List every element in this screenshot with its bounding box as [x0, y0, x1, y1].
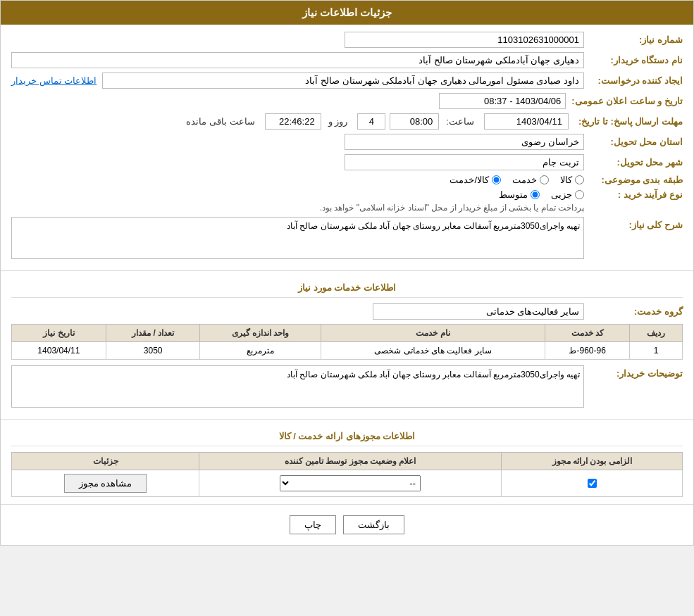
shahr-label: شهر محل تحویل:: [584, 157, 683, 168]
tabagheh-label: طبقه بندی موضوعی:: [584, 175, 683, 185]
col-vahed: واحد اندازه گیری: [200, 325, 321, 342]
print-button[interactable]: چاپ: [290, 515, 336, 534]
sharh-textarea[interactable]: [11, 217, 584, 259]
nooe-radio-group: جزیی متوسط: [320, 189, 584, 200]
services-table-container: ردیف کد خدمت نام خدمت واحد اندازه گیری ت…: [11, 324, 683, 360]
tamas-link[interactable]: اطلاعات تماس خریدار: [11, 75, 97, 86]
radio-khedmat-input[interactable]: [540, 175, 549, 184]
tarikh-label: تاریخ و ساعت اعلان عمومی:: [566, 96, 683, 106]
col-tedad: تعداد / مقدار: [106, 325, 200, 342]
perm-col-elzami: الزامی بودن ارائه مجوز: [502, 453, 683, 470]
tozihat-textarea[interactable]: [11, 365, 584, 408]
perm-col-joziyat: جزئیات: [12, 453, 199, 470]
table-row: 1 960-96-ط سایر فعالیت های خدماتی شخصی م…: [12, 342, 683, 360]
sharh-label: شرح کلی نیاز:: [584, 217, 683, 230]
tozihat-label: توضیحات خریدار:: [584, 365, 683, 379]
mohlat-saat-label: ساعت:: [446, 116, 474, 127]
radio-motovasset-input[interactable]: [531, 190, 540, 199]
radio-kala-khedmat-input[interactable]: [492, 175, 501, 184]
radio-motovasset-label: متوسط: [499, 189, 528, 200]
radio-kala-khedmat-label: کالا/خدمت: [450, 175, 489, 185]
ostan-value: خراسان رضوی: [345, 134, 584, 150]
view-permit-button[interactable]: مشاهده مجوز: [64, 474, 147, 493]
khedamat-section-title: اطلاعات خدمات مورد نیاز: [11, 278, 683, 298]
mohlat-mande: 22:46:22: [265, 113, 321, 130]
mohlat-label: مهلت ارسال پاسخ: تا تاریخ:: [573, 116, 683, 127]
mojavez-section-title: اطلاعات مجوزهای ارائه خدمت / کالا: [11, 427, 683, 446]
nooe-note: پرداخت تمام یا بخشی از مبلغ خریدار از مح…: [320, 203, 584, 213]
perm-cell-joziyat: مشاهده مجوز: [12, 470, 199, 497]
mohlat-rooz: 4: [357, 113, 385, 130]
nam-dastgah-value: دهیاری جهان آبادملکی شهرستان صالح آباد: [11, 52, 584, 68]
mohlat-rooz-label: روز و: [328, 116, 348, 127]
back-button[interactable]: بازگشت: [343, 515, 404, 534]
cell-radif: 1: [630, 342, 683, 360]
radio-jozvi-label: جزیی: [551, 189, 572, 200]
cell-tedad: 3050: [106, 342, 200, 360]
shomara-niaz-value: 1103102631000001: [345, 32, 584, 48]
radio-kala-label: کالا: [560, 175, 572, 185]
page-title: جزئیات اطلاعات نیاز: [1, 1, 693, 25]
ijad-value: داود صیادی مسئول امورمالی دهیاری جهان آب…: [102, 73, 584, 89]
ostan-label: استان محل تحویل:: [584, 137, 683, 147]
ijad-label: ایجاد کننده درخواست:: [584, 75, 683, 86]
radio-khedmat-label: خدمت: [512, 175, 537, 185]
col-radif: ردیف: [630, 325, 683, 342]
radio-kala-khedmat[interactable]: کالا/خدمت: [450, 175, 501, 185]
radio-jozvi[interactable]: جزیی: [551, 189, 584, 200]
shahr-value: تربت جام: [345, 154, 584, 170]
mohlat-mande-label: ساعت باقی مانده: [186, 116, 254, 127]
nam-dastgah-label: نام دستگاه خریدار:: [584, 55, 683, 65]
radio-motovasset[interactable]: متوسط: [499, 189, 540, 200]
buttons-row: بازگشت چاپ: [1, 505, 693, 545]
tarikh-value: 1403/04/06 - 08:37: [439, 93, 566, 109]
table-row: -- مشاهده مجوز: [12, 470, 683, 497]
cell-vahed: مترمربع: [200, 342, 321, 360]
radio-khedmat[interactable]: خدمت: [512, 175, 549, 185]
mohlat-date: 1403/04/11: [484, 113, 569, 130]
radio-jozvi-input[interactable]: [575, 190, 584, 199]
perm-cell-eelam: --: [199, 470, 502, 497]
services-table: ردیف کد خدمت نام خدمت واحد اندازه گیری ت…: [11, 324, 683, 360]
col-tarikh: تاریخ نیاز: [12, 325, 106, 342]
mohlat-saat: 08:00: [390, 113, 439, 130]
tabagheh-radio-group: کالا خدمت کالا/خدمت: [450, 175, 584, 185]
cell-kod: 960-96-ط: [545, 342, 629, 360]
goroh-value: سایر فعالیت‌های خدماتی: [373, 303, 584, 320]
radio-kala-input[interactable]: [575, 175, 584, 184]
shomara-niaz-label: شماره نیاز:: [584, 34, 683, 45]
permissions-table: الزامی بودن ارائه مجوز اعلام وضعیت مجوز …: [11, 452, 683, 497]
perm-checkbox[interactable]: [588, 479, 597, 488]
col-naam: نام خدمت: [321, 325, 545, 342]
col-kod: کد خدمت: [545, 325, 629, 342]
perm-cell-elzami: [502, 470, 683, 497]
goroh-label: گروه خدمت:: [584, 306, 683, 317]
cell-naam: سایر فعالیت های خدماتی شخصی: [321, 342, 545, 360]
radio-kala[interactable]: کالا: [560, 175, 584, 185]
cell-tarikh: 1403/04/11: [12, 342, 106, 360]
nooe-farayand-label: نوع فرآیند خرید :: [584, 189, 683, 200]
permissions-table-container: الزامی بودن ارائه مجوز اعلام وضعیت مجوز …: [11, 452, 683, 497]
perm-select[interactable]: --: [280, 475, 421, 491]
perm-col-eelam: اعلام وضعیت مجوز توسط تامین کننده: [199, 453, 502, 470]
